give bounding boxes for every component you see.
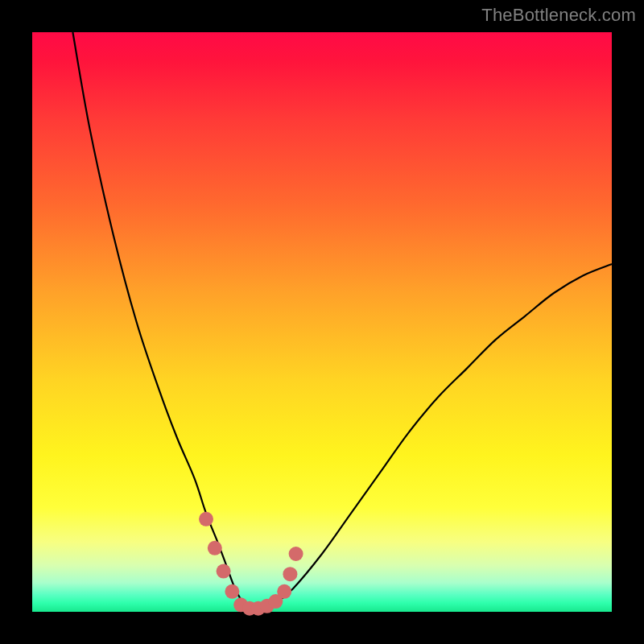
marker-dot bbox=[283, 567, 297, 581]
watermark: TheBottleneck.com bbox=[481, 5, 636, 26]
marker-dot bbox=[208, 541, 222, 555]
marker-dot bbox=[199, 512, 213, 526]
marker-dot bbox=[289, 547, 303, 561]
marker-dot bbox=[217, 564, 231, 579]
chart-svg bbox=[32, 32, 612, 612]
plot-area bbox=[32, 32, 612, 612]
marker-dot bbox=[277, 584, 291, 599]
marker-group bbox=[199, 512, 303, 616]
marker-dot bbox=[225, 584, 239, 599]
curve-line bbox=[72, 32, 612, 609]
